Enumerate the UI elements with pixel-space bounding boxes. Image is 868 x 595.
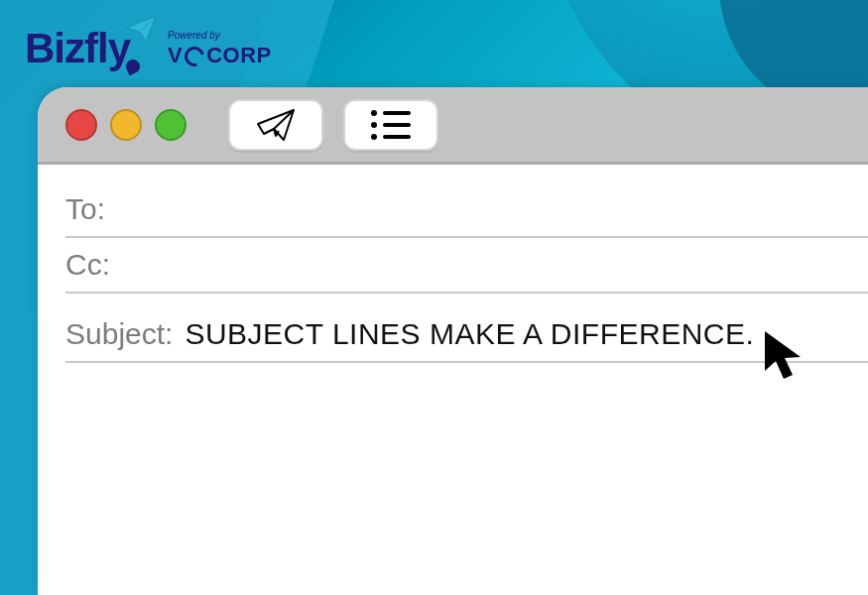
- maximize-button[interactable]: [155, 109, 186, 141]
- to-label: To:: [65, 192, 105, 226]
- compose-form: To: Cc: Subject: SUBJECT LINES MAKE A DI…: [38, 165, 868, 363]
- compose-window: To: Cc: Subject: SUBJECT LINES MAKE A DI…: [38, 87, 868, 595]
- cc-label: Cc:: [65, 248, 110, 282]
- paper-plane-icon: [124, 14, 158, 44]
- subject-value[interactable]: SUBJECT LINES MAKE A DIFFERENCE.: [185, 317, 754, 351]
- vccorp-logo: V CORP: [168, 43, 272, 68]
- powered-by: Powered by V CORP: [168, 30, 272, 68]
- menu-button[interactable]: [343, 99, 438, 151]
- hamburger-icon: [371, 110, 411, 140]
- bizfly-logo-text: Bizfly: [25, 25, 130, 71]
- brand-header: Bizfly Powered by V CORP: [25, 28, 272, 69]
- send-button[interactable]: [228, 99, 323, 151]
- cc-field[interactable]: Cc:: [65, 238, 868, 294]
- to-field[interactable]: To:: [65, 182, 868, 238]
- minimize-button[interactable]: [110, 109, 142, 141]
- paper-plane-icon: [254, 106, 298, 144]
- subject-field[interactable]: Subject: SUBJECT LINES MAKE A DIFFERENCE…: [65, 307, 868, 363]
- bizfly-logo: Bizfly: [25, 28, 130, 69]
- powered-by-label: Powered by: [168, 30, 272, 41]
- vccorp-c-icon: [182, 43, 208, 69]
- close-button[interactable]: [65, 109, 97, 141]
- titlebar: [38, 87, 868, 165]
- subject-label: Subject:: [65, 317, 173, 351]
- traffic-lights: [65, 109, 186, 141]
